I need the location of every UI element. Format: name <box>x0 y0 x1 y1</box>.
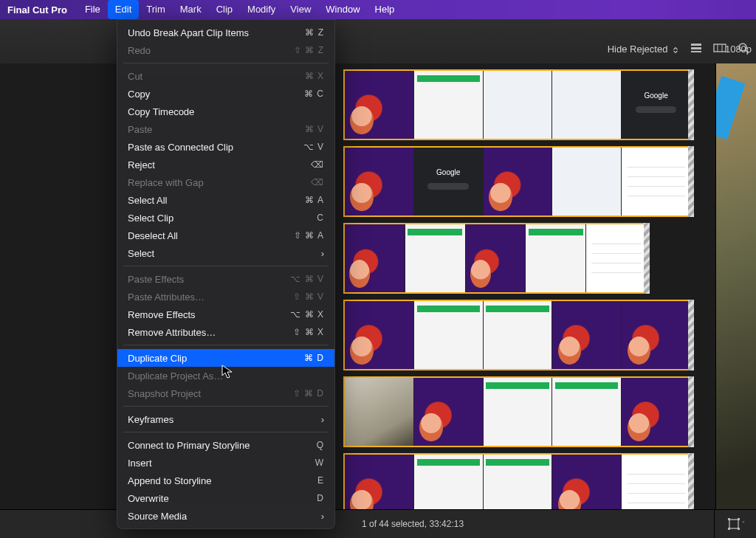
menu-item-label: Snapshot Project <box>128 388 293 399</box>
menu-item-label: Paste as Connected Clip <box>128 142 303 153</box>
menu-item-shortcut: ⇧ ⌘ D <box>293 388 324 399</box>
clip-end-marker <box>688 300 694 370</box>
menu-item-shortcut: ⌫ <box>311 159 324 170</box>
menu-item-label: Insert <box>128 458 315 469</box>
clip-frame <box>586 224 647 292</box>
clip-row[interactable] <box>0 223 715 294</box>
menu-item-label: Undo Break Apart Clip Items <box>128 27 305 38</box>
svg-rect-8 <box>729 520 738 528</box>
menu-item-source-media[interactable]: Source Media› <box>117 507 334 525</box>
menu-item-undo-break-apart-clip-items[interactable]: Undo Break Apart Clip Items⌘ Z <box>117 24 334 41</box>
edit-menu-dropdown: Undo Break Apart Clip Items⌘ ZRedo⇧ ⌘ ZC… <box>117 19 335 529</box>
menu-trim[interactable]: Trim <box>139 0 173 19</box>
clip-filmstrip[interactable] <box>343 376 693 447</box>
transform-tool[interactable]: ˇ <box>714 509 756 538</box>
clip-end-marker <box>644 223 650 294</box>
menu-item-remove-effects[interactable]: Remove Effects⌥ ⌘ X <box>117 306 334 323</box>
menu-item-label: Remove Attributes… <box>128 327 293 338</box>
menu-item-copy-timecode[interactable]: Copy Timecode <box>117 103 334 120</box>
clip-browser[interactable] <box>0 63 715 510</box>
menu-item-select-clip[interactable]: Select ClipC <box>117 209 334 227</box>
clip-end-marker <box>688 146 694 217</box>
menu-item-shortcut: ⇧ ⌘ Z <box>294 45 324 55</box>
clip-filmstrip[interactable] <box>343 300 693 370</box>
svg-rect-12 <box>738 528 740 530</box>
app-name[interactable]: Final Cut Pro <box>7 4 67 15</box>
resolution-label: 1080p <box>721 19 756 63</box>
menu-item-label: Copy <box>128 89 304 100</box>
menu-item-paste-as-connected-clip[interactable]: Paste as Connected Clip⌥ V <box>117 138 334 156</box>
updown-icon <box>672 46 679 54</box>
menu-item-copy[interactable]: Copy⌘ C <box>117 85 334 103</box>
chevron-down-icon: ˇ <box>743 520 745 528</box>
menu-item-select-all[interactable]: Select All⌘ A <box>117 191 334 209</box>
clip-frame <box>622 148 691 215</box>
menu-window[interactable]: Window <box>318 0 367 19</box>
status-bar: 1 of 44 selected, 33:42:13 <box>0 509 715 538</box>
menu-item-remove-attributes[interactable]: Remove Attributes…⇧ ⌘ X <box>117 323 334 341</box>
menu-clip[interactable]: Clip <box>209 0 240 19</box>
menu-item-keyframes[interactable]: Keyframes› <box>117 410 334 428</box>
menu-item-connect-to-primary-storyline[interactable]: Connect to Primary StorylineQ <box>117 436 334 454</box>
chevron-right-icon: › <box>321 248 324 259</box>
menu-item-label: Redo <box>128 45 294 56</box>
menu-item-append-to-storyline[interactable]: Append to StorylineE <box>117 472 334 489</box>
menu-file[interactable]: File <box>78 0 108 19</box>
viewer-panel[interactable] <box>715 63 756 510</box>
menu-item-insert[interactable]: InsertW <box>117 454 334 472</box>
clip-filmstrip[interactable] <box>343 69 693 140</box>
clip-filter-dropdown[interactable]: Hide Rejected <box>608 44 679 55</box>
clip-frame <box>345 71 414 139</box>
clip-filmstrip[interactable] <box>343 223 648 294</box>
clip-row[interactable] <box>0 453 715 510</box>
menu-help[interactable]: Help <box>368 0 402 19</box>
clip-row[interactable] <box>0 146 715 217</box>
transform-icon <box>726 517 741 531</box>
menu-item-shortcut: ⌫ <box>311 177 324 187</box>
menu-item-deselect-all[interactable]: Deselect All⇧ ⌘ A <box>117 227 334 244</box>
menu-item-label: Overwrite <box>128 493 317 504</box>
clip-frame <box>414 148 484 215</box>
clip-frame <box>552 455 622 510</box>
menu-item-reject[interactable]: Reject⌫ <box>117 156 334 173</box>
svg-rect-11 <box>728 528 730 530</box>
clip-frame <box>345 455 414 510</box>
clip-frame <box>526 224 586 292</box>
menu-item-label: Keyframes <box>128 414 321 425</box>
clip-filmstrip[interactable] <box>343 146 693 217</box>
chevron-right-icon: › <box>321 511 324 522</box>
clip-frame <box>622 378 691 446</box>
clip-frame <box>622 455 691 510</box>
clip-row[interactable] <box>0 69 715 140</box>
clip-frame <box>414 455 484 510</box>
menu-item-label: Append to Storyline <box>128 475 317 486</box>
clip-frame <box>552 71 622 139</box>
svg-rect-9 <box>728 518 730 520</box>
menu-item-label: Select <box>128 248 321 259</box>
menu-edit[interactable]: Edit <box>108 0 139 19</box>
clip-filmstrip[interactable] <box>343 453 693 510</box>
menu-view[interactable]: View <box>283 0 318 19</box>
menu-item-duplicate-clip[interactable]: Duplicate Clip⌘ D <box>117 349 334 367</box>
menu-item-select[interactable]: Select› <box>117 244 334 262</box>
clip-frame <box>414 378 484 446</box>
clip-frame <box>345 301 414 369</box>
menu-item-shortcut: W <box>315 458 324 468</box>
clip-row[interactable] <box>0 376 715 447</box>
list-view-icon[interactable] <box>690 41 703 57</box>
clip-frame <box>414 301 484 369</box>
menu-modify[interactable]: Modify <box>240 0 283 19</box>
menu-item-label: Replace with Gap <box>128 177 311 188</box>
menu-item-shortcut: ⇧ ⌘ A <box>294 230 324 241</box>
menu-item-shortcut: E <box>317 475 324 486</box>
clip-frame <box>345 224 405 292</box>
menu-mark[interactable]: Mark <box>173 0 209 19</box>
menu-item-shortcut: ⌘ Z <box>305 27 324 38</box>
menu-item-paste: Paste⌘ V <box>117 120 334 138</box>
menu-item-overwrite[interactable]: OverwriteD <box>117 489 334 507</box>
clip-row[interactable] <box>0 300 715 370</box>
clip-frame <box>345 378 414 446</box>
browser-toolbar: Hide Rejected <box>0 19 756 64</box>
menu-item-label: Select Clip <box>128 213 317 224</box>
menu-separator <box>123 345 329 345</box>
